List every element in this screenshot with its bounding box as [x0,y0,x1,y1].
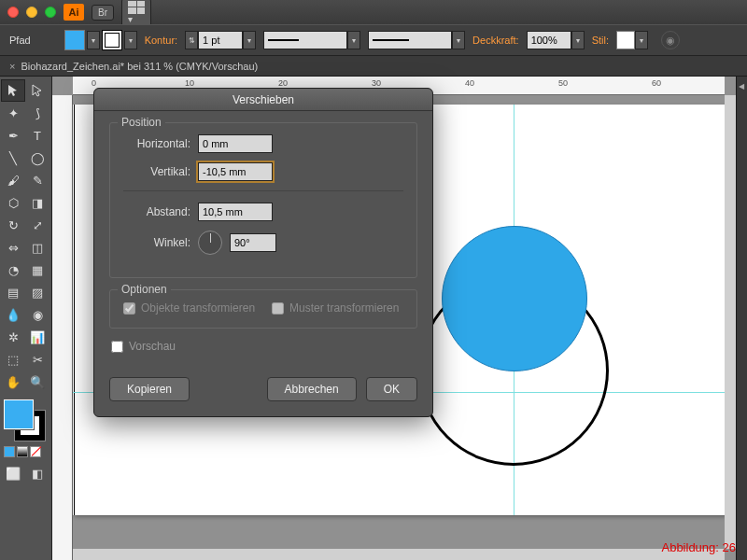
winkel-input[interactable] [230,233,276,252]
deckkraft-label: Deckkraft: [472,35,519,46]
dash-profile2: Einfach [413,35,447,46]
optionen-legend: Optionen [118,283,171,296]
rotate-tool[interactable]: ↻ [2,215,24,235]
vorschau-checkbox[interactable]: Vorschau [111,340,417,353]
position-fieldset: Position Horizontal: Vertikal: Abstand: … [109,122,417,278]
move-dialog: Verschieben Position Horizontal: Vertika… [93,88,433,417]
free-transform-tool[interactable]: ◫ [26,237,49,258]
document-tab[interactable]: × Biohazard_Zeichen.ai* bei 311 % (CMYK/… [0,56,747,77]
hand-tool[interactable]: ✋ [2,371,24,392]
kopieren-button[interactable]: Kopieren [109,377,190,401]
dash2-dropdown[interactable]: ▾ [452,31,465,49]
slice-tool[interactable]: ✂ [26,349,49,370]
abstand-label: Abstand: [123,205,190,218]
pencil-tool[interactable]: ✎ [26,170,49,190]
dash1-dropdown[interactable]: ▾ [347,31,360,49]
window-controls [7,7,56,18]
toolbox: ✦⟆ ✒T ╲◯ 🖌✎ ⬡◨ ↻⤢ ⇔◫ ◔▦ ▤▨ 💧◉ ✲📊 ⬚✂ ✋🔍 ⬜… [0,77,52,560]
horizontal-input[interactable] [198,134,273,153]
fill-swatch[interactable] [64,30,85,50]
ok-button[interactable]: OK [366,377,417,401]
perspective-tool[interactable]: ▦ [26,259,49,280]
screen-mode-tool[interactable]: ⬜ [2,463,24,483]
winkel-label: Winkel: [123,236,190,249]
style-dropdown[interactable]: ▾ [635,31,648,49]
abstand-input[interactable] [198,203,273,221]
horizontal-label: Horizontal: [123,137,190,150]
kontur-label: Kontur: [145,35,177,46]
shape-builder-tool[interactable]: ◔ [2,259,24,280]
ellipse-tool[interactable]: ◯ [26,147,49,168]
pen-tool[interactable]: ✒ [2,125,24,146]
bridge-button[interactable]: Br [92,5,114,21]
direct-selection-tool[interactable] [26,80,49,101]
stroke-weight-input[interactable] [198,31,243,49]
style-swatch[interactable] [616,31,635,49]
close-window[interactable] [7,7,19,18]
stroke-weight-dropdown[interactable]: ▾ [243,31,256,49]
type-tool[interactable]: T [26,125,49,146]
ruler-vertical[interactable] [52,95,73,560]
eyedropper-tool[interactable]: 💧 [2,304,24,325]
mini-swatch-color[interactable] [4,446,15,457]
objekte-checkbox: Objekte transformieren [123,301,255,315]
recolor-icon[interactable]: ◉ [661,31,680,49]
opacity-input[interactable] [527,31,571,49]
change-screen-tool[interactable]: ◧ [26,463,49,483]
stroke-dropdown[interactable]: ▾ [124,31,137,49]
figure-caption: Abbildung: 26 [661,540,736,554]
vertikal-label: Vertikal: [123,165,190,178]
stil-label: Stil: [592,35,609,46]
fill-well[interactable] [4,399,34,429]
blob-brush-tool[interactable]: ⬡ [2,192,24,213]
stroke-swatch[interactable] [102,30,122,50]
dash-profile1: Gleichm. [303,35,343,46]
angle-dial[interactable] [198,231,222,255]
object-type-label: Pfad [9,35,31,46]
minimize-window[interactable] [26,7,37,18]
blend-tool[interactable]: ◉ [26,304,49,325]
eraser-tool[interactable]: ◨ [26,192,49,213]
mesh-tool[interactable]: ▤ [2,282,24,302]
graph-tool[interactable]: 📊 [26,327,49,347]
scrollbar-vertical[interactable] [725,95,736,549]
mini-swatch-none[interactable] [30,446,41,457]
document-title: Biohazard_Zeichen.ai* bei 311 % (CMYK/Vo… [21,61,258,72]
dialog-title: Verschieben [94,89,432,111]
control-bar: Pfad ▾ ▾ Kontur: ⇅ ▾ Gleichm. ▾ Einfach … [0,24,747,56]
circle-fill[interactable] [442,226,587,371]
mini-swatch-gradient[interactable] [17,446,28,457]
titlebar: Ai Br ▾ [0,0,747,24]
width-tool[interactable]: ⇔ [2,237,24,258]
zoom-window[interactable] [45,7,56,18]
vertikal-input[interactable] [198,162,273,181]
magic-wand-tool[interactable]: ✦ [2,103,24,123]
scrollbar-horizontal[interactable] [73,549,725,560]
line-tool[interactable]: ╲ [2,147,24,168]
abbrechen-button[interactable]: Abbrechen [267,377,357,401]
scale-tool[interactable]: ⤢ [26,215,49,235]
artboard-margin-left [74,105,75,515]
close-tab-icon[interactable]: × [9,61,15,72]
panel-strip[interactable] [736,77,747,560]
position-legend: Position [118,116,165,129]
artboard-tool[interactable]: ⬚ [2,349,24,370]
muster-checkbox: Muster transformieren [272,301,399,315]
lasso-tool[interactable]: ⟆ [26,103,49,123]
selection-tool[interactable] [2,80,24,101]
app-logo-icon: Ai [63,4,84,21]
color-well[interactable] [2,399,47,441]
paintbrush-tool[interactable]: 🖌 [2,170,24,190]
stroke-stepper[interactable]: ⇅ [185,31,198,49]
gradient-tool[interactable]: ▨ [26,282,49,302]
optionen-fieldset: Optionen Objekte transformieren Muster t… [109,289,417,329]
zoom-tool[interactable]: 🔍 [26,371,49,392]
arrange-docs-button[interactable]: ▾ [121,0,151,27]
fill-dropdown[interactable]: ▾ [87,31,100,49]
opacity-dropdown[interactable]: ▾ [571,31,585,49]
symbol-sprayer-tool[interactable]: ✲ [2,327,24,347]
